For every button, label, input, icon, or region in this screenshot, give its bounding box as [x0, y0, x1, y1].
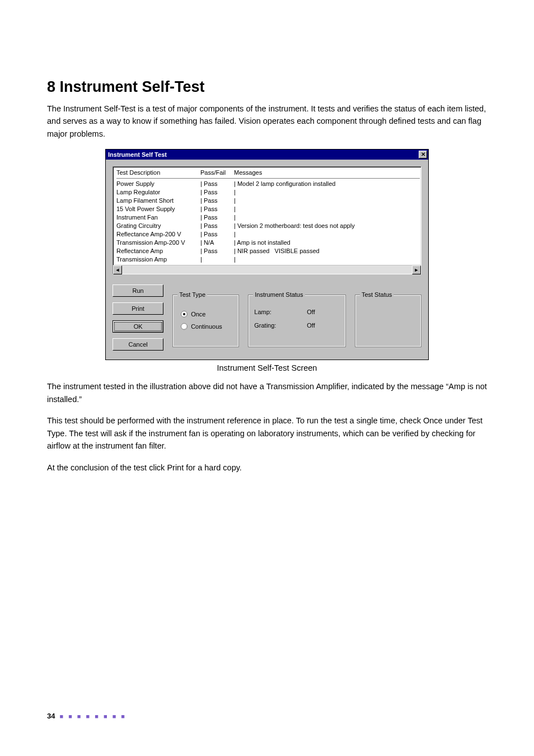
cell-description: Lamp Regulator: [116, 188, 200, 197]
cancel-button[interactable]: Cancel: [113, 338, 163, 351]
radio-icon: [181, 323, 188, 330]
dialog-title: Instrument Self Test: [108, 151, 167, 158]
lamp-value: Off: [307, 309, 330, 315]
scroll-left-icon[interactable]: ◄: [113, 265, 122, 274]
cell-description: 15 Volt Power Supply: [116, 205, 200, 213]
cell-description: Power Supply: [116, 180, 200, 188]
cell-passfail: [200, 255, 234, 264]
cell-message: [234, 188, 420, 197]
horizontal-scrollbar[interactable]: ◄ ►: [113, 265, 421, 274]
table-header-row: Test Description Pass/Fail Messages: [116, 169, 420, 179]
cell-message: Version 2 motherboard: test does not app…: [234, 222, 420, 230]
col-header-passfail: Pass/Fail: [200, 169, 234, 177]
radio-icon: [181, 311, 188, 318]
dialog-instrument-self-test: Instrument Self Test ✕ Test Description …: [105, 149, 429, 360]
radio-once[interactable]: Once: [181, 311, 233, 318]
cell-description: Reflectance Amp: [116, 247, 200, 255]
page-number: 34: [47, 712, 55, 720]
cell-passfail: Pass: [200, 230, 234, 239]
table-row: 15 Volt Power SupplyPass: [116, 205, 420, 213]
radio-continuous[interactable]: Continuous: [181, 323, 233, 330]
table-row: Lamp Filament ShortPass: [116, 197, 420, 205]
cell-passfail: Pass: [200, 213, 234, 222]
page-footer: 34 ■ ■ ■ ■ ■ ■ ■ ■: [47, 712, 127, 720]
print-button[interactable]: Print: [113, 302, 163, 315]
paragraph-2: The instrument tested in the illustratio…: [47, 380, 487, 405]
test-type-group: Test Type Once Continuous: [172, 295, 239, 347]
cell-passfail: Pass: [200, 222, 234, 230]
cell-description: Transmission Amp-200 V: [116, 239, 200, 247]
cell-message: [234, 197, 420, 205]
grating-label: Grating:: [254, 322, 307, 329]
instrument-status-group: Instrument Status Lamp: Off Grating: Off: [248, 295, 346, 347]
radio-continuous-label: Continuous: [191, 323, 222, 330]
footer-dots-icon: ■ ■ ■ ■ ■ ■ ■ ■: [59, 713, 127, 720]
cell-message: [234, 255, 420, 264]
test-type-legend: Test Type: [177, 291, 207, 298]
cell-passfail: Pass: [200, 247, 234, 255]
section-heading: 8 Instrument Self-Test: [47, 78, 487, 96]
cell-passfail: Pass: [200, 197, 234, 205]
cell-description: Instrument Fan: [116, 213, 200, 222]
cell-passfail: Pass: [200, 188, 234, 197]
table-row: Reflectance AmpPassNIR passed VISIBLE pa…: [116, 247, 420, 255]
col-header-description: Test Description: [116, 169, 200, 177]
cell-description: Transmission Amp: [116, 255, 200, 264]
cell-passfail: N/A: [200, 239, 234, 247]
run-button[interactable]: Run: [113, 284, 163, 297]
instrument-status-legend: Instrument Status: [253, 291, 305, 298]
ok-button[interactable]: OK: [113, 320, 163, 333]
cell-message: [234, 205, 420, 213]
test-status-legend: Test Status: [360, 291, 394, 298]
paragraph-3: This test should be performed with the i…: [47, 414, 487, 452]
cell-message: Amp is not installed: [234, 239, 420, 247]
lamp-label: Lamp:: [254, 309, 307, 315]
cell-passfail: Pass: [200, 180, 234, 188]
cell-description: Lamp Filament Short: [116, 197, 200, 205]
cell-description: Grating Circuitry: [116, 222, 200, 230]
paragraph-4: At the conclusion of the test click Prin…: [47, 461, 487, 474]
table-row: Grating CircuitryPassVersion 2 motherboa…: [116, 222, 420, 230]
grating-value: Off: [307, 322, 330, 329]
table-row: Power SupplyPassModel 2 lamp configurati…: [116, 180, 420, 188]
table-row: Reflectance Amp-200 VPass: [116, 230, 420, 239]
close-icon[interactable]: ✕: [419, 151, 427, 158]
radio-once-label: Once: [191, 311, 205, 318]
cell-description: Reflectance Amp-200 V: [116, 230, 200, 239]
table-row: Transmission Amp-200 VN/AAmp is not inst…: [116, 239, 420, 247]
cell-message: NIR passed VISIBLE passed: [234, 247, 420, 255]
cell-passfail: Pass: [200, 205, 234, 213]
intro-paragraph: The Instrument Self-Test is a test of ma…: [47, 102, 487, 140]
cell-message: [234, 230, 420, 239]
table-row: Transmission Amp: [116, 255, 420, 264]
col-header-messages: Messages: [234, 169, 420, 177]
cell-message: [234, 213, 420, 222]
test-status-group: Test Status: [355, 295, 421, 347]
results-panel: Test Description Pass/Fail Messages Powe…: [113, 166, 421, 274]
figure-caption: Instrument Self-Test Screen: [47, 363, 487, 372]
table-row: Lamp RegulatorPass: [116, 188, 420, 197]
table-row: Instrument FanPass: [116, 213, 420, 222]
dialog-titlebar[interactable]: Instrument Self Test ✕: [106, 150, 428, 160]
cell-message: Model 2 lamp configuration installed: [234, 180, 420, 188]
scroll-right-icon[interactable]: ►: [412, 265, 421, 274]
